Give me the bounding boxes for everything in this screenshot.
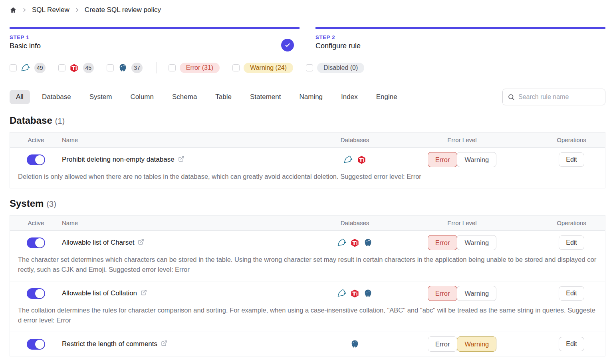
level-filter-pill-warning[interactable]: Warning (24)	[244, 63, 293, 73]
tab-engine[interactable]: Engine	[370, 90, 404, 104]
column-header-error-level: Error Level	[386, 220, 538, 226]
rule-name-cell: Allowable list of Collation	[62, 289, 323, 298]
step-1-basic-info[interactable]: STEP 1 Basic info	[10, 27, 300, 50]
level-filter-warning: Warning (24)	[232, 63, 293, 73]
step-completed-check-icon	[281, 39, 294, 51]
level-filter-pill-error[interactable]: Error (31)	[180, 63, 220, 73]
table-header-row: ActiveNameDatabasesError LevelOperations	[10, 133, 605, 148]
tab-all[interactable]: All	[10, 90, 30, 104]
tidb-icon	[357, 155, 366, 164]
tab-database[interactable]: Database	[36, 90, 77, 104]
error-level-button[interactable]: Error	[428, 152, 458, 167]
tab-index[interactable]: Index	[335, 90, 364, 104]
postgresql-icon	[363, 238, 373, 247]
active-toggle[interactable]	[27, 288, 45, 299]
active-toggle[interactable]	[27, 237, 45, 248]
rule-name-link[interactable]: Restrict the length of comments	[62, 340, 157, 348]
search-icon	[508, 93, 515, 101]
column-header-error-level: Error Level	[386, 136, 538, 143]
section-title: Database	[10, 115, 52, 126]
tab-system[interactable]: System	[83, 90, 119, 104]
column-header-name: Name	[62, 220, 323, 226]
external-link-icon[interactable]	[138, 239, 144, 247]
operations-cell: Edit	[538, 235, 605, 250]
error-level-button[interactable]: Error	[428, 336, 458, 352]
breadcrumb: SQL Review Create SQL review policy	[10, 5, 605, 15]
edit-button[interactable]: Edit	[559, 337, 584, 351]
engine-rule-count-badge: 45	[83, 63, 94, 73]
section-title: System	[10, 198, 44, 209]
rule-row-block: Prohibit deleting non-empty databaseErro…	[10, 148, 605, 188]
home-icon[interactable]	[10, 6, 17, 14]
rule-description: The character set determines which chara…	[10, 255, 605, 281]
breadcrumb-sql-review[interactable]: SQL Review	[32, 6, 69, 14]
toggle-knob	[35, 289, 44, 298]
column-header-active: Active	[10, 136, 62, 143]
rule-section-database: Database(1)ActiveNameDatabasesError Leve…	[10, 115, 605, 188]
warning-level-button[interactable]: Warning	[457, 286, 496, 301]
engine-filter: 45	[58, 63, 94, 73]
error-level-button[interactable]: Error	[428, 286, 458, 301]
error-level-button[interactable]: Error	[428, 235, 458, 250]
column-header-databases: Databases	[323, 136, 386, 143]
tab-schema[interactable]: Schema	[166, 90, 203, 104]
rule-name-link[interactable]: Allowable list of Collation	[62, 289, 137, 297]
tab-statement[interactable]: Statement	[244, 90, 288, 104]
tab-table[interactable]: Table	[209, 90, 238, 104]
level-filter-error: Error (31)	[169, 63, 220, 73]
postgresql-icon	[363, 289, 373, 298]
level-filter-checkbox[interactable]	[232, 64, 240, 71]
section-heading: Database(1)	[10, 115, 605, 126]
engine-filter-checkbox[interactable]	[107, 64, 114, 71]
warning-level-button[interactable]: Warning	[457, 336, 496, 352]
mysql-icon	[21, 63, 30, 73]
external-link-icon[interactable]	[161, 340, 167, 348]
rule-row-block: Allowable list of CollationErrorWarningE…	[10, 281, 605, 332]
section-count: (3)	[46, 200, 56, 208]
section-count: (1)	[55, 117, 65, 125]
postgresql-icon	[350, 339, 360, 349]
databases-cell	[323, 238, 386, 247]
edit-button[interactable]: Edit	[559, 286, 584, 301]
section-heading: System(3)	[10, 198, 605, 209]
engine-rule-count-badge: 37	[131, 63, 143, 73]
level-filter-disabled: Disabled (0)	[306, 63, 364, 73]
active-toggle[interactable]	[27, 339, 45, 350]
rule-name-cell: Prohibit deleting non-empty database	[62, 156, 323, 164]
external-link-icon[interactable]	[141, 289, 147, 298]
edit-button[interactable]: Edit	[559, 235, 584, 250]
warning-level-button[interactable]: Warning	[457, 152, 496, 167]
filter-divider	[156, 62, 157, 73]
active-toggle[interactable]	[27, 154, 45, 165]
active-cell	[10, 339, 62, 350]
engine-filter-checkbox[interactable]	[10, 64, 17, 71]
error-level-cell: ErrorWarning	[386, 235, 538, 250]
tab-column[interactable]: Column	[124, 90, 160, 104]
step-2-configure-rule[interactable]: STEP 2 Configure rule	[315, 27, 605, 50]
rule-name-link[interactable]: Allowable list of Charset	[62, 239, 134, 247]
toggle-knob	[35, 155, 44, 164]
tidb-icon	[350, 238, 360, 247]
error-level-cell: ErrorWarning	[386, 152, 538, 167]
operations-cell: Edit	[538, 152, 605, 167]
warning-level-button[interactable]: Warning	[457, 235, 496, 250]
operations-cell: Edit	[538, 286, 605, 301]
table-row: Allowable list of CharsetErrorWarningEdi…	[10, 231, 605, 255]
chevron-right-icon	[22, 7, 27, 13]
edit-button[interactable]: Edit	[559, 152, 584, 167]
search-input[interactable]	[518, 93, 600, 101]
level-filter-checkbox[interactable]	[169, 64, 176, 71]
create-sql-review-policy-page: SQL Review Create SQL review policy STEP…	[0, 0, 611, 356]
rule-table: ActiveNameDatabasesError LevelOperations…	[10, 215, 605, 356]
rule-name-link[interactable]: Prohibit deleting non-empty database	[62, 156, 175, 164]
external-link-icon[interactable]	[178, 156, 184, 164]
level-filter-checkbox[interactable]	[306, 64, 313, 71]
table-row: Prohibit deleting non-empty databaseErro…	[10, 148, 605, 172]
column-header-databases: Databases	[323, 220, 386, 226]
engine-filter-checkbox[interactable]	[58, 64, 65, 71]
category-tabs: AllDatabaseSystemColumnSchemaTableStatem…	[10, 90, 404, 104]
search-box	[502, 89, 605, 105]
databases-cell	[323, 289, 386, 298]
tab-naming[interactable]: Naming	[293, 90, 329, 104]
level-filter-pill-disabled[interactable]: Disabled (0)	[317, 63, 364, 73]
